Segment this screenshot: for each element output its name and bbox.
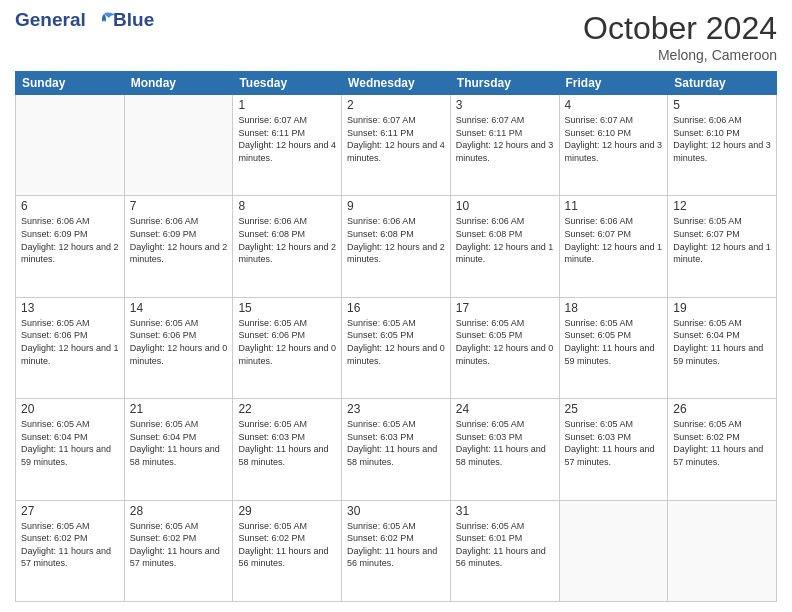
week-row-1: 6Sunrise: 6:06 AMSunset: 6:09 PMDaylight… [16, 196, 777, 297]
week-row-4: 27Sunrise: 6:05 AMSunset: 6:02 PMDayligh… [16, 500, 777, 601]
table-cell [124, 95, 233, 196]
sunrise-text: Sunrise: 6:06 AM [238, 215, 336, 228]
day-info: Sunrise: 6:05 AMSunset: 6:01 PMDaylight:… [456, 520, 554, 570]
daylight-text: Daylight: 11 hours and 58 minutes. [347, 443, 445, 468]
header-friday: Friday [559, 72, 668, 95]
sunset-text: Sunset: 6:07 PM [565, 228, 663, 241]
day-number: 20 [21, 402, 119, 416]
daylight-text: Daylight: 12 hours and 1 minute. [565, 241, 663, 266]
sunrise-text: Sunrise: 6:05 AM [456, 520, 554, 533]
table-cell: 10Sunrise: 6:06 AMSunset: 6:08 PMDayligh… [450, 196, 559, 297]
sunrise-text: Sunrise: 6:05 AM [673, 317, 771, 330]
daylight-text: Daylight: 11 hours and 58 minutes. [456, 443, 554, 468]
table-cell: 9Sunrise: 6:06 AMSunset: 6:08 PMDaylight… [342, 196, 451, 297]
day-number: 11 [565, 199, 663, 213]
day-info: Sunrise: 6:07 AMSunset: 6:10 PMDaylight:… [565, 114, 663, 164]
daylight-text: Daylight: 11 hours and 59 minutes. [673, 342, 771, 367]
day-number: 10 [456, 199, 554, 213]
sunset-text: Sunset: 6:06 PM [238, 329, 336, 342]
day-info: Sunrise: 6:05 AMSunset: 6:04 PMDaylight:… [130, 418, 228, 468]
day-number: 28 [130, 504, 228, 518]
week-row-3: 20Sunrise: 6:05 AMSunset: 6:04 PMDayligh… [16, 399, 777, 500]
table-cell: 25Sunrise: 6:05 AMSunset: 6:03 PMDayligh… [559, 399, 668, 500]
sunrise-text: Sunrise: 6:06 AM [21, 215, 119, 228]
sunrise-text: Sunrise: 6:05 AM [565, 418, 663, 431]
sunset-text: Sunset: 6:08 PM [456, 228, 554, 241]
sunset-text: Sunset: 6:05 PM [347, 329, 445, 342]
daylight-text: Daylight: 11 hours and 56 minutes. [238, 545, 336, 570]
day-info: Sunrise: 6:05 AMSunset: 6:03 PMDaylight:… [565, 418, 663, 468]
daylight-text: Daylight: 12 hours and 1 minute. [21, 342, 119, 367]
daylight-text: Daylight: 12 hours and 0 minutes. [456, 342, 554, 367]
sunset-text: Sunset: 6:10 PM [565, 127, 663, 140]
daylight-text: Daylight: 12 hours and 3 minutes. [673, 139, 771, 164]
sunset-text: Sunset: 6:03 PM [238, 431, 336, 444]
sunrise-text: Sunrise: 6:05 AM [456, 418, 554, 431]
sunrise-text: Sunrise: 6:05 AM [130, 418, 228, 431]
logo: General Blue [15, 10, 154, 31]
table-cell: 28Sunrise: 6:05 AMSunset: 6:02 PMDayligh… [124, 500, 233, 601]
daylight-text: Daylight: 12 hours and 1 minute. [456, 241, 554, 266]
day-info: Sunrise: 6:06 AMSunset: 6:10 PMDaylight:… [673, 114, 771, 164]
table-cell: 12Sunrise: 6:05 AMSunset: 6:07 PMDayligh… [668, 196, 777, 297]
table-cell: 20Sunrise: 6:05 AMSunset: 6:04 PMDayligh… [16, 399, 125, 500]
day-info: Sunrise: 6:05 AMSunset: 6:02 PMDaylight:… [673, 418, 771, 468]
logo-text: General [15, 10, 115, 31]
daylight-text: Daylight: 11 hours and 57 minutes. [673, 443, 771, 468]
table-cell: 26Sunrise: 6:05 AMSunset: 6:02 PMDayligh… [668, 399, 777, 500]
day-info: Sunrise: 6:07 AMSunset: 6:11 PMDaylight:… [347, 114, 445, 164]
weekday-header-row: Sunday Monday Tuesday Wednesday Thursday… [16, 72, 777, 95]
table-cell: 17Sunrise: 6:05 AMSunset: 6:05 PMDayligh… [450, 297, 559, 398]
week-row-2: 13Sunrise: 6:05 AMSunset: 6:06 PMDayligh… [16, 297, 777, 398]
table-cell: 15Sunrise: 6:05 AMSunset: 6:06 PMDayligh… [233, 297, 342, 398]
header-wednesday: Wednesday [342, 72, 451, 95]
sunset-text: Sunset: 6:11 PM [456, 127, 554, 140]
sunrise-text: Sunrise: 6:05 AM [347, 317, 445, 330]
daylight-text: Daylight: 12 hours and 2 minutes. [238, 241, 336, 266]
day-info: Sunrise: 6:05 AMSunset: 6:06 PMDaylight:… [21, 317, 119, 367]
header-tuesday: Tuesday [233, 72, 342, 95]
sunset-text: Sunset: 6:06 PM [21, 329, 119, 342]
table-cell [668, 500, 777, 601]
sunrise-text: Sunrise: 6:05 AM [21, 418, 119, 431]
day-info: Sunrise: 6:05 AMSunset: 6:03 PMDaylight:… [238, 418, 336, 468]
sunrise-text: Sunrise: 6:07 AM [347, 114, 445, 127]
day-info: Sunrise: 6:05 AMSunset: 6:03 PMDaylight:… [456, 418, 554, 468]
sunset-text: Sunset: 6:03 PM [347, 431, 445, 444]
table-cell: 30Sunrise: 6:05 AMSunset: 6:02 PMDayligh… [342, 500, 451, 601]
table-cell: 31Sunrise: 6:05 AMSunset: 6:01 PMDayligh… [450, 500, 559, 601]
logo-line1: General [15, 9, 86, 30]
header-saturday: Saturday [668, 72, 777, 95]
sunset-text: Sunset: 6:03 PM [565, 431, 663, 444]
sunset-text: Sunset: 6:02 PM [238, 532, 336, 545]
location: Melong, Cameroon [583, 47, 777, 63]
day-number: 23 [347, 402, 445, 416]
logo-line2: Blue [113, 10, 154, 31]
sunset-text: Sunset: 6:02 PM [130, 532, 228, 545]
table-cell [559, 500, 668, 601]
table-cell: 11Sunrise: 6:06 AMSunset: 6:07 PMDayligh… [559, 196, 668, 297]
table-cell: 7Sunrise: 6:06 AMSunset: 6:09 PMDaylight… [124, 196, 233, 297]
day-number: 26 [673, 402, 771, 416]
table-cell: 13Sunrise: 6:05 AMSunset: 6:06 PMDayligh… [16, 297, 125, 398]
sunrise-text: Sunrise: 6:06 AM [347, 215, 445, 228]
sunrise-text: Sunrise: 6:05 AM [565, 317, 663, 330]
day-info: Sunrise: 6:06 AMSunset: 6:08 PMDaylight:… [347, 215, 445, 265]
day-number: 21 [130, 402, 228, 416]
day-number: 13 [21, 301, 119, 315]
daylight-text: Daylight: 12 hours and 0 minutes. [130, 342, 228, 367]
daylight-text: Daylight: 11 hours and 57 minutes. [130, 545, 228, 570]
table-cell: 21Sunrise: 6:05 AMSunset: 6:04 PMDayligh… [124, 399, 233, 500]
sunrise-text: Sunrise: 6:05 AM [347, 520, 445, 533]
calendar-table: Sunday Monday Tuesday Wednesday Thursday… [15, 71, 777, 602]
sunset-text: Sunset: 6:08 PM [347, 228, 445, 241]
sunrise-text: Sunrise: 6:06 AM [456, 215, 554, 228]
day-number: 30 [347, 504, 445, 518]
sunrise-text: Sunrise: 6:05 AM [456, 317, 554, 330]
sunrise-text: Sunrise: 6:05 AM [347, 418, 445, 431]
day-number: 14 [130, 301, 228, 315]
day-number: 7 [130, 199, 228, 213]
sunset-text: Sunset: 6:06 PM [130, 329, 228, 342]
table-cell: 22Sunrise: 6:05 AMSunset: 6:03 PMDayligh… [233, 399, 342, 500]
table-cell: 27Sunrise: 6:05 AMSunset: 6:02 PMDayligh… [16, 500, 125, 601]
